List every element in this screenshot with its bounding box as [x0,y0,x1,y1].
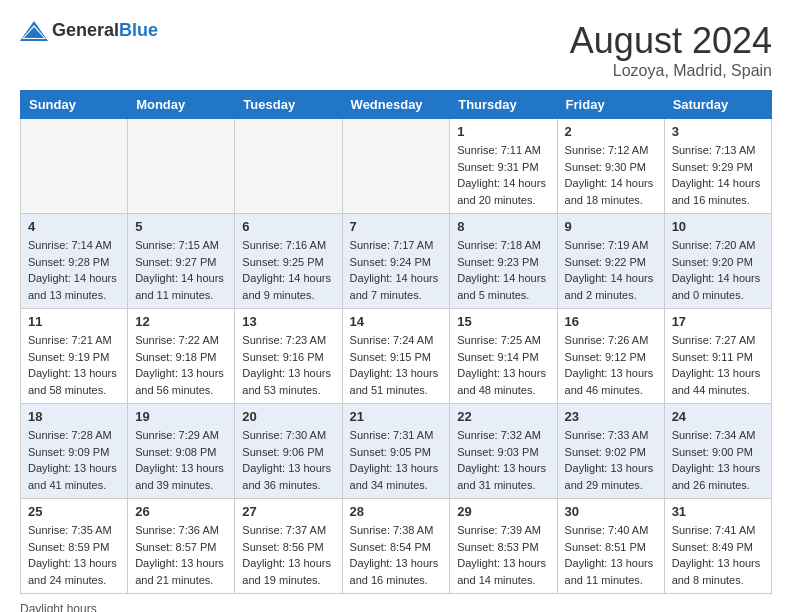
day-detail: Sunrise: 7:34 AMSunset: 9:00 PMDaylight:… [672,427,764,493]
calendar-cell-5-5: 29Sunrise: 7:39 AMSunset: 8:53 PMDayligh… [450,499,557,594]
calendar-cell-3-3: 13Sunrise: 7:23 AMSunset: 9:16 PMDayligh… [235,309,342,404]
calendar-cell-2-7: 10Sunrise: 7:20 AMSunset: 9:20 PMDayligh… [664,214,771,309]
calendar-cell-5-1: 25Sunrise: 7:35 AMSunset: 8:59 PMDayligh… [21,499,128,594]
day-number: 23 [565,409,657,424]
day-detail: Sunrise: 7:15 AMSunset: 9:27 PMDaylight:… [135,237,227,303]
daylight-hours-label: Daylight hours [20,602,97,612]
title-area: August 2024 Lozoya, Madrid, Spain [570,20,772,80]
day-number: 25 [28,504,120,519]
day-detail: Sunrise: 7:29 AMSunset: 9:08 PMDaylight:… [135,427,227,493]
week-row-5: 25Sunrise: 7:35 AMSunset: 8:59 PMDayligh… [21,499,772,594]
day-number: 1 [457,124,549,139]
day-detail: Sunrise: 7:18 AMSunset: 9:23 PMDaylight:… [457,237,549,303]
day-number: 5 [135,219,227,234]
calendar-cell-5-4: 28Sunrise: 7:38 AMSunset: 8:54 PMDayligh… [342,499,450,594]
day-detail: Sunrise: 7:38 AMSunset: 8:54 PMDaylight:… [350,522,443,588]
day-number: 15 [457,314,549,329]
header-sunday: Sunday [21,91,128,119]
calendar-cell-3-2: 12Sunrise: 7:22 AMSunset: 9:18 PMDayligh… [128,309,235,404]
calendar-cell-3-5: 15Sunrise: 7:25 AMSunset: 9:14 PMDayligh… [450,309,557,404]
day-number: 29 [457,504,549,519]
day-detail: Sunrise: 7:28 AMSunset: 9:09 PMDaylight:… [28,427,120,493]
day-detail: Sunrise: 7:17 AMSunset: 9:24 PMDaylight:… [350,237,443,303]
day-number: 4 [28,219,120,234]
day-number: 14 [350,314,443,329]
calendar-cell-2-3: 6Sunrise: 7:16 AMSunset: 9:25 PMDaylight… [235,214,342,309]
day-detail: Sunrise: 7:12 AMSunset: 9:30 PMDaylight:… [565,142,657,208]
header-wednesday: Wednesday [342,91,450,119]
calendar-cell-2-5: 8Sunrise: 7:18 AMSunset: 9:23 PMDaylight… [450,214,557,309]
calendar-cell-4-3: 20Sunrise: 7:30 AMSunset: 9:06 PMDayligh… [235,404,342,499]
day-number: 6 [242,219,334,234]
logo-blue: Blue [119,20,158,40]
day-detail: Sunrise: 7:27 AMSunset: 9:11 PMDaylight:… [672,332,764,398]
day-detail: Sunrise: 7:35 AMSunset: 8:59 PMDaylight:… [28,522,120,588]
calendar-cell-5-6: 30Sunrise: 7:40 AMSunset: 8:51 PMDayligh… [557,499,664,594]
day-number: 18 [28,409,120,424]
week-row-1: 1Sunrise: 7:11 AMSunset: 9:31 PMDaylight… [21,119,772,214]
day-number: 24 [672,409,764,424]
week-row-2: 4Sunrise: 7:14 AMSunset: 9:28 PMDaylight… [21,214,772,309]
day-number: 8 [457,219,549,234]
day-detail: Sunrise: 7:30 AMSunset: 9:06 PMDaylight:… [242,427,334,493]
calendar-cell-2-6: 9Sunrise: 7:19 AMSunset: 9:22 PMDaylight… [557,214,664,309]
day-detail: Sunrise: 7:20 AMSunset: 9:20 PMDaylight:… [672,237,764,303]
day-detail: Sunrise: 7:23 AMSunset: 9:16 PMDaylight:… [242,332,334,398]
day-number: 16 [565,314,657,329]
calendar-cell-5-3: 27Sunrise: 7:37 AMSunset: 8:56 PMDayligh… [235,499,342,594]
day-detail: Sunrise: 7:40 AMSunset: 8:51 PMDaylight:… [565,522,657,588]
day-detail: Sunrise: 7:33 AMSunset: 9:02 PMDaylight:… [565,427,657,493]
day-number: 22 [457,409,549,424]
day-detail: Sunrise: 7:22 AMSunset: 9:18 PMDaylight:… [135,332,227,398]
week-row-3: 11Sunrise: 7:21 AMSunset: 9:19 PMDayligh… [21,309,772,404]
day-detail: Sunrise: 7:14 AMSunset: 9:28 PMDaylight:… [28,237,120,303]
day-number: 19 [135,409,227,424]
calendar-cell-1-3 [235,119,342,214]
calendar-cell-4-1: 18Sunrise: 7:28 AMSunset: 9:09 PMDayligh… [21,404,128,499]
header-saturday: Saturday [664,91,771,119]
calendar-cell-1-6: 2Sunrise: 7:12 AMSunset: 9:30 PMDaylight… [557,119,664,214]
day-number: 27 [242,504,334,519]
page-header: GeneralBlue August 2024 Lozoya, Madrid, … [20,20,772,80]
calendar-cell-4-5: 22Sunrise: 7:32 AMSunset: 9:03 PMDayligh… [450,404,557,499]
day-detail: Sunrise: 7:13 AMSunset: 9:29 PMDaylight:… [672,142,764,208]
calendar-table: Sunday Monday Tuesday Wednesday Thursday… [20,90,772,594]
day-detail: Sunrise: 7:19 AMSunset: 9:22 PMDaylight:… [565,237,657,303]
day-detail: Sunrise: 7:41 AMSunset: 8:49 PMDaylight:… [672,522,764,588]
calendar-cell-4-4: 21Sunrise: 7:31 AMSunset: 9:05 PMDayligh… [342,404,450,499]
day-number: 26 [135,504,227,519]
calendar-cell-2-1: 4Sunrise: 7:14 AMSunset: 9:28 PMDaylight… [21,214,128,309]
day-number: 13 [242,314,334,329]
day-number: 12 [135,314,227,329]
day-number: 9 [565,219,657,234]
day-detail: Sunrise: 7:37 AMSunset: 8:56 PMDaylight:… [242,522,334,588]
day-number: 2 [565,124,657,139]
calendar-cell-3-1: 11Sunrise: 7:21 AMSunset: 9:19 PMDayligh… [21,309,128,404]
calendar-cell-4-2: 19Sunrise: 7:29 AMSunset: 9:08 PMDayligh… [128,404,235,499]
day-detail: Sunrise: 7:11 AMSunset: 9:31 PMDaylight:… [457,142,549,208]
footer: Daylight hours [20,602,772,612]
day-number: 30 [565,504,657,519]
day-number: 31 [672,504,764,519]
calendar-cell-3-7: 17Sunrise: 7:27 AMSunset: 9:11 PMDayligh… [664,309,771,404]
calendar-cell-3-4: 14Sunrise: 7:24 AMSunset: 9:15 PMDayligh… [342,309,450,404]
day-number: 20 [242,409,334,424]
header-thursday: Thursday [450,91,557,119]
day-detail: Sunrise: 7:26 AMSunset: 9:12 PMDaylight:… [565,332,657,398]
location-subtitle: Lozoya, Madrid, Spain [570,62,772,80]
header-monday: Monday [128,91,235,119]
calendar-cell-4-6: 23Sunrise: 7:33 AMSunset: 9:02 PMDayligh… [557,404,664,499]
calendar-cell-5-2: 26Sunrise: 7:36 AMSunset: 8:57 PMDayligh… [128,499,235,594]
calendar-cell-3-6: 16Sunrise: 7:26 AMSunset: 9:12 PMDayligh… [557,309,664,404]
day-detail: Sunrise: 7:16 AMSunset: 9:25 PMDaylight:… [242,237,334,303]
logo-general: General [52,20,119,40]
month-year-title: August 2024 [570,20,772,62]
week-row-4: 18Sunrise: 7:28 AMSunset: 9:09 PMDayligh… [21,404,772,499]
day-number: 21 [350,409,443,424]
day-number: 11 [28,314,120,329]
header-tuesday: Tuesday [235,91,342,119]
day-detail: Sunrise: 7:39 AMSunset: 8:53 PMDaylight:… [457,522,549,588]
day-detail: Sunrise: 7:32 AMSunset: 9:03 PMDaylight:… [457,427,549,493]
logo: GeneralBlue [20,20,158,41]
day-number: 17 [672,314,764,329]
